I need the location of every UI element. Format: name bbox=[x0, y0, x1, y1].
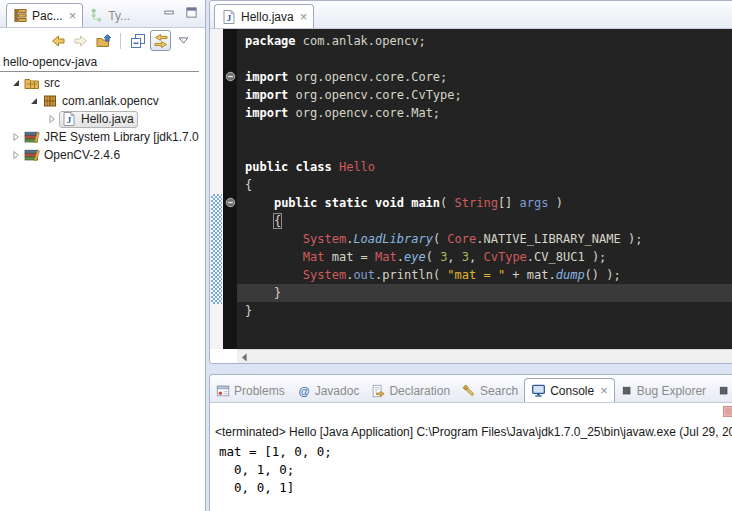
code-line[interactable]: { bbox=[237, 176, 732, 194]
code-line[interactable]: public class Hello bbox=[237, 158, 732, 176]
code-token bbox=[245, 214, 274, 228]
package-explorer-toolbar bbox=[0, 28, 205, 53]
code-token bbox=[245, 268, 303, 282]
fold-minus-icon[interactable] bbox=[225, 71, 236, 82]
search-icon bbox=[462, 384, 476, 398]
code-token bbox=[245, 232, 303, 246]
bottom-tab-label-search: Search bbox=[480, 384, 518, 398]
code-token: import bbox=[245, 70, 288, 84]
scroll-left-icon bbox=[241, 353, 248, 362]
code-area[interactable]: package com.anlak.opencv;import org.open… bbox=[237, 29, 732, 352]
view-menu-icon bbox=[178, 37, 189, 44]
console-output-line: mat = [1, 0, 0; bbox=[219, 443, 732, 461]
expander-expanded-icon[interactable] bbox=[28, 96, 40, 106]
bottom-tab-console[interactable]: Console× bbox=[524, 378, 615, 403]
bottom-tab-search[interactable]: Search bbox=[456, 379, 524, 402]
matching-bracket: { bbox=[274, 214, 281, 228]
code-token: import bbox=[245, 88, 288, 102]
code-token: , bbox=[469, 250, 483, 264]
code-token: String bbox=[455, 196, 498, 210]
tree-item-src[interactable]: src bbox=[0, 74, 205, 92]
forward-button[interactable] bbox=[70, 30, 91, 51]
bottom-tab-label-javadoc: Javadoc bbox=[315, 384, 360, 398]
problems-icon bbox=[216, 384, 230, 398]
code-token: dump bbox=[556, 268, 585, 282]
code-token: org.opencv.core.CvType; bbox=[288, 88, 461, 102]
code-line[interactable]: } bbox=[237, 284, 732, 302]
maximize-button[interactable] bbox=[185, 6, 198, 19]
code-line[interactable]: import org.opencv.core.Core; bbox=[237, 68, 732, 86]
project-label[interactable]: hello-opencv-java bbox=[0, 54, 199, 72]
fold-minus-icon[interactable] bbox=[225, 197, 236, 208]
tree-item-opencv-2-4-6[interactable]: OpenCV-2.4.6 bbox=[0, 146, 205, 164]
code-line[interactable]: } bbox=[237, 302, 732, 320]
tree-item-label: OpenCV-2.4.6 bbox=[44, 148, 120, 162]
collapse-all-button[interactable] bbox=[127, 30, 148, 51]
tree-item-content: src bbox=[23, 75, 63, 92]
remove-launch-button[interactable] bbox=[723, 406, 732, 417]
code-token: ( bbox=[426, 250, 440, 264]
code-line[interactable]: public static void main( String[] args ) bbox=[237, 194, 732, 212]
back-button[interactable] bbox=[47, 30, 68, 51]
expander-expanded-icon[interactable] bbox=[10, 78, 22, 88]
bottom-tab-bug[interactable]: Bug bbox=[712, 379, 732, 402]
code-token: Mat bbox=[375, 250, 397, 264]
console-panel: Problems@JavadocDeclarationSearchConsole… bbox=[209, 374, 732, 511]
svg-text:@: @ bbox=[298, 384, 309, 396]
tree-item-jre-system-library-jdk1-7-0[interactable]: JRE System Library [jdk1.7.0 bbox=[0, 128, 205, 146]
code-line[interactable]: System.LoadLibrary( Core.NATIVE_LIBRARY_… bbox=[237, 230, 732, 248]
close-icon[interactable]: × bbox=[300, 12, 308, 22]
tree-item-com-anlak-opencv[interactable]: com.anlak.opencv bbox=[0, 92, 205, 110]
code-line[interactable]: import org.opencv.core.CvType; bbox=[237, 86, 732, 104]
code-line[interactable] bbox=[237, 140, 732, 158]
horizontal-scrollbar[interactable] bbox=[237, 349, 732, 364]
bug-icon bbox=[621, 385, 633, 397]
console-toolbar bbox=[210, 403, 732, 422]
code-token: public static void main bbox=[274, 196, 440, 210]
folding-margin[interactable] bbox=[223, 29, 237, 349]
bottom-tab-label-problems: Problems bbox=[234, 384, 285, 398]
tree-item-label: src bbox=[44, 76, 60, 90]
code-token: 3 bbox=[462, 250, 469, 264]
forward-icon bbox=[73, 33, 89, 49]
code-token: ( bbox=[440, 196, 454, 210]
code-token: args bbox=[520, 196, 549, 210]
close-icon[interactable]: × bbox=[600, 386, 608, 396]
code-line[interactable]: import org.opencv.core.Mat; bbox=[237, 104, 732, 122]
console-output-line: 0, 1, 0; bbox=[219, 461, 732, 479]
code-line[interactable] bbox=[237, 122, 732, 140]
expander-collapsed-icon[interactable] bbox=[10, 132, 22, 142]
view-window-buttons bbox=[163, 6, 198, 19]
code-line[interactable]: package com.anlak.opencv; bbox=[237, 32, 732, 50]
code-line[interactable]: { bbox=[237, 212, 732, 230]
bottom-tab-javadoc[interactable]: @Javadoc bbox=[291, 379, 366, 402]
code-token: import bbox=[245, 106, 288, 120]
back-icon bbox=[50, 33, 66, 49]
tree-indent bbox=[0, 119, 46, 120]
link-with-editor-button[interactable] bbox=[150, 30, 171, 51]
expander-collapsed-icon[interactable] bbox=[10, 150, 22, 160]
bottom-tab-problems[interactable]: Problems bbox=[210, 379, 291, 402]
tree-item-hello-java[interactable]: JHello.java bbox=[0, 110, 205, 128]
view-tab-pac[interactable]: Pac...× bbox=[6, 3, 83, 28]
annotation-ruler[interactable] bbox=[210, 29, 223, 349]
code-line[interactable]: Mat mat = Mat.eye( 3, 3, CvType.CV_8UC1 … bbox=[237, 248, 732, 266]
package-folder-icon bbox=[24, 75, 40, 91]
code-line[interactable]: System.out.println( "mat = " + mat.dump(… bbox=[237, 266, 732, 284]
code-token: .println( bbox=[375, 268, 447, 282]
bottom-tab-bug-explorer[interactable]: Bug Explorer bbox=[615, 379, 712, 402]
bug-icon bbox=[718, 385, 730, 397]
expander-collapsed-icon[interactable] bbox=[46, 114, 58, 124]
close-icon[interactable]: × bbox=[69, 11, 77, 21]
minimize-button[interactable] bbox=[163, 6, 176, 19]
bottom-tab-label-declaration: Declaration bbox=[389, 384, 450, 398]
view-menu-button[interactable] bbox=[173, 30, 194, 51]
code-token: package bbox=[245, 34, 296, 48]
editor-tab-hello-java[interactable]: JHello.java× bbox=[214, 4, 314, 29]
bottom-tab-declaration[interactable]: Declaration bbox=[365, 379, 456, 402]
up-button[interactable] bbox=[93, 30, 114, 51]
code-line[interactable] bbox=[237, 50, 732, 68]
view-tab-ty[interactable]: Ty... bbox=[83, 4, 136, 27]
code-token: ( bbox=[433, 232, 447, 246]
console-output[interactable]: mat = [1, 0, 0; 0, 1, 0; 0, 0, 1] bbox=[210, 443, 732, 497]
